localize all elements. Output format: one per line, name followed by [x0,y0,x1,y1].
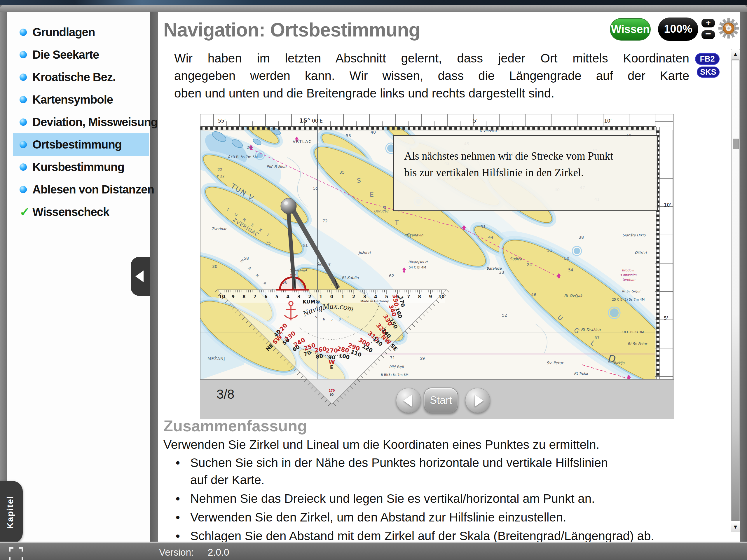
next-slide-button[interactable] [465,388,490,413]
svg-text:31: 31 [481,224,486,229]
svg-text:30: 30 [212,264,217,269]
badge-sks[interactable]: SKS [697,67,720,78]
svg-text:40: 40 [370,130,376,134]
svg-text:27: 27 [228,154,233,158]
summary-bullet: Verwenden Sie den Zirkel, um den Abstand… [163,509,660,526]
sidebar-item-kroatische-bez[interactable]: Kroatische Bez. [13,66,149,88]
svg-text:66: 66 [282,280,287,284]
sidebar-item-seekarte[interactable]: Die Seekarte [13,44,149,66]
svg-text:52: 52 [502,313,507,317]
svg-text:MEŽANJ: MEŽANJ [207,356,225,361]
svg-text:Brodovi: Brodovi [622,269,635,272]
vertical-scrollbar: ▲ ▼ [731,49,740,542]
sidebar-item-deviation[interactable]: Deviation, Missweisung [13,111,149,133]
svg-text:44: 44 [488,235,493,239]
version-label: Version: [159,547,194,558]
svg-text:Šparešnjak: Šparešnjak [290,268,308,272]
svg-text:Rt Trska: Rt Trska [574,372,588,376]
intro-paragraph: Wir haben im letzten Abschnitt gelernt, … [174,50,689,102]
svg-text:Sv. Petar: Sv. Petar [546,361,564,365]
svg-text:Plič B Niva: Plič B Niva [266,164,287,169]
lesson-media: 2722284543534037535647414038243350515436… [200,114,674,419]
svg-text:Oštri rt: Oštri rt [635,251,647,255]
tooltip-line: Als nächstes nehmen wir die Strecke vom … [404,148,646,164]
svg-text:50: 50 [564,256,569,261]
settings-gear-icon[interactable] [717,17,740,40]
scrollbar-track[interactable] [731,60,740,521]
svg-text:25 C Bl(2) 5s 7m 4M: 25 C Bl(2) 5s 7m 4M [612,298,645,302]
sidebar-item-kartensymbole[interactable]: Kartensymbole [13,88,149,111]
bullet-dot-icon [20,51,27,58]
intro-line: angegeben werden kann. Wir wissen, dass … [174,67,689,85]
svg-text:VRTLAC: VRTLAC [293,139,312,144]
sidebar-collapse-button[interactable] [131,257,150,296]
sidebar-item-label: Kroatische Bez. [32,71,115,84]
bullet-dot-icon [20,119,27,126]
svg-text:54 C Bl 4M: 54 C Bl 4M [409,265,426,269]
bullet-dot-icon [20,141,27,148]
svg-text:85: 85 [303,229,308,234]
window-frame-left [0,12,7,543]
summary-bullet: Schlagen Sie den Abstand mit dem Zirkel … [163,527,660,542]
fullscreen-icon[interactable] [9,547,23,560]
svg-text:61: 61 [303,243,308,248]
scrollbar-thumb[interactable] [733,138,739,149]
svg-text:10': 10' [664,202,671,208]
sidebar-item-distanzen[interactable]: Ablesen von Distanzen [13,178,149,201]
zoom-level-indicator[interactable]: 100% [658,18,698,41]
svg-text:54: 54 [568,268,573,272]
sidebar-item-label: Grundlagen [32,26,95,39]
kapitel-tab[interactable]: Kapitel [0,481,23,543]
slideshow-toolbar: 3/8 Start [200,380,674,419]
sidebar-item-kursbestimmung[interactable]: Kursbestimmung [13,156,149,178]
zoom-in-button[interactable]: + [701,19,715,27]
svg-text:33: 33 [499,270,504,275]
summary-bullet: Nehmen Sie das Dreieck und legen Sie es … [163,490,660,507]
sidebar-item-label: Die Seekarte [32,48,99,61]
svg-text:62: 62 [389,274,394,278]
instruction-tooltip: Als nächstes nehmen wir die Strecke vom … [393,135,658,211]
svg-text:55': 55' [218,118,226,124]
scroll-down-button[interactable]: ▼ [731,522,740,532]
badge-fb2[interactable]: FB2 [695,53,720,65]
sidebar-item-label: Kartensymbole [32,93,113,106]
svg-text:Rt Sv Grgur: Rt Sv Grgur [622,289,641,293]
svg-text:70: 70 [331,281,336,285]
svg-text:s opasnim: s opasnim [620,273,637,277]
start-button[interactable]: Start [424,387,458,413]
svg-text:59: 59 [420,356,425,361]
status-bar [0,543,747,560]
window-frame-top [0,5,747,12]
desktop-edge [0,0,747,5]
svg-text:teretom: teretom [622,278,635,282]
zoom-out-button[interactable]: − [701,30,715,39]
sidebar-item-grundlagen[interactable]: Grundlagen [13,21,149,44]
page-title: Navigation: Ortsbestimmung [163,19,420,41]
svg-text:38: 38 [578,235,584,239]
sidebar-item-wissenscheck[interactable]: ✓ Wissenscheck [13,201,149,223]
sidebar-item-label: Kursbestimmung [32,160,124,174]
sidebar-item-label: Wissenscheck [32,205,109,219]
svg-text:46: 46 [531,292,536,297]
svg-text:71: 71 [390,355,395,360]
slide-counter: 3/8 [216,387,234,402]
sidebar-chapter-nav: Grundlagen Die Seekarte Kroatische Bez. … [7,12,150,542]
sidebar-item-ortsbestimmung[interactable]: Ortsbestimmung [13,133,149,156]
svg-text:Rt Ovčjak: Rt Ovčjak [564,294,583,298]
svg-text:Južni rt: Južni rt [358,251,371,255]
svg-text:55: 55 [313,186,318,190]
svg-text:57: 57 [594,335,600,340]
svg-text:P 22: P 22 [217,174,224,178]
svg-text:28: 28 [247,145,252,150]
wissen-button[interactable]: Wissen [610,18,651,41]
previous-slide-button[interactable] [396,388,421,413]
svg-text:Rivanjski rt: Rivanjski rt [408,260,428,264]
summary-bullet: Suchen Sie sich in der Nähe des Punktes … [163,454,660,488]
arrow-right-icon [475,394,484,407]
svg-text:E: E [370,191,374,198]
svg-text:53: 53 [346,133,351,138]
sidebar-item-label: Ortsbestimmung [32,138,122,151]
bullet-dot-icon [20,96,27,103]
bullet-dot-icon [20,163,27,171]
scroll-up-button[interactable]: ▲ [731,49,740,59]
